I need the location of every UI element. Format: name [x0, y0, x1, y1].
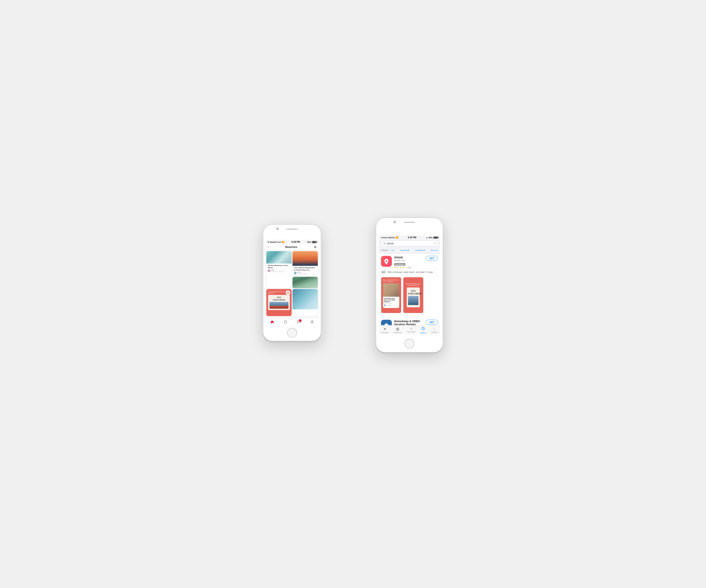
search-bar-container: 🔍 airbnb ✕	[379, 239, 440, 248]
pin-card-beach[interactable]: 25 Best Beaches In The World Belle BEAUT…	[266, 251, 291, 288]
airbnb-info: Airbnb Airbnb, Inc. Essentials ★ ★ ★ ★ ★…	[394, 256, 424, 269]
related-tag-hotel-deals[interactable]: hotel deals ›	[399, 248, 413, 252]
pin-avatar-beach	[268, 269, 270, 272]
ss1-card-body: Loft with Open Floor Plan and Kitchen En…	[383, 297, 399, 308]
pin-avatar-sunset	[294, 272, 297, 275]
ss2-book: ZENEXPLORERS	[407, 288, 420, 307]
signal-dots: ●●●	[277, 241, 281, 243]
homeaway-listing-top: HomeAway & VRBO Vacation Rentals HomeAwa…	[381, 320, 438, 325]
ss1-top-text: Book unique homes in 191+ countries.	[383, 279, 399, 282]
top-charts-label: Top Charts	[407, 331, 416, 333]
profile-tab[interactable]	[310, 320, 314, 325]
airbnb-company: Airbnb, Inc.	[394, 259, 424, 262]
tab-search[interactable]: Search	[421, 327, 426, 334]
related-label: Related:	[381, 249, 389, 251]
pin-image-beach	[266, 251, 291, 263]
carrier-icon: 𝕂	[268, 241, 269, 243]
app-features-bar: Offers iMessage, Apple Watch, and Apple …	[381, 270, 438, 275]
pinterest-status-bar: 𝕂 Search ●●● 📶 5:29 PM 94%	[266, 240, 319, 244]
screenshot-2-content: Book experiences led by local experts. Z…	[403, 277, 423, 313]
pin-card-airbnb[interactable]: Book experiences led by local experts. Z…	[266, 289, 291, 316]
carrier-text: ●●●oo Verizon	[381, 237, 395, 239]
svg-marker-7	[384, 323, 389, 325]
pinterest-phone: 𝕂 Search ●●● 📶 5:29 PM 94%	[263, 224, 321, 341]
homeaway-get-button[interactable]: GET	[426, 320, 438, 325]
pin-title-beach: 25 Best Beaches In The World	[268, 264, 290, 269]
screenshot-1-content: Book unique homes in 191+ countries. Lof…	[381, 277, 401, 313]
search-tab-icon	[421, 327, 425, 331]
svg-point-9	[422, 327, 424, 330]
wifi-icon: 📶	[282, 241, 284, 243]
airbnb-rating: ★ ★ ★ ★ ★ (38)	[394, 266, 424, 269]
search-icon: 🔍	[383, 242, 386, 245]
home-tab[interactable]	[270, 320, 274, 325]
featured-icon: ★	[383, 327, 386, 331]
pinterest-topbar: ‹ Beaches ⊞	[266, 244, 319, 250]
pin-author-beach: Belle BEAUTIFUL PLACES	[268, 269, 290, 272]
zen-book-title: ZENEXPLORERS	[270, 296, 288, 301]
related-tag-irctc[interactable]: irctc ›	[390, 248, 398, 252]
pin-card-aerial[interactable]	[292, 277, 318, 288]
screenshot-1: Book unique homes in 191+ countries. Lof…	[381, 277, 401, 313]
ss1-card-sub: Entire home	[384, 302, 398, 304]
star4-half: ★	[402, 266, 404, 269]
tab-updates[interactable]: ↓ Updates	[431, 327, 438, 334]
pin-image-aerial	[292, 277, 318, 288]
pin-image-sunset	[292, 251, 318, 266]
pin-card-water[interactable]	[292, 289, 318, 316]
screenshots-row: Book unique homes in 191+ countries. Lof…	[381, 275, 438, 315]
essentials-badge: Essentials	[394, 263, 405, 265]
filter-icon[interactable]: ⊞	[314, 245, 316, 249]
pinterest-home-button[interactable]	[287, 328, 297, 338]
appstore-content: Airbnb Airbnb, Inc. Essentials ★ ★ ★ ★ ★…	[379, 254, 440, 325]
ss1-card-meta: 👤 🛏 🚿 🧹	[384, 304, 398, 306]
updates-label: Updates	[431, 331, 438, 333]
appstore-home-button[interactable]	[404, 339, 415, 349]
pin-title-sunset: The 10 Best Restaurants In Punta Cana, D…	[294, 267, 316, 271]
featured-label: Featured	[381, 331, 388, 334]
star5-empty: ★	[405, 266, 407, 269]
top-charts-icon: ≡	[410, 327, 412, 330]
battery-icon	[312, 241, 316, 243]
homeaway-listing: HomeAway & VRBO Vacation Rentals HomeAwa…	[379, 318, 440, 325]
appstore-screen: ●●●oo Verizon 📶 5:26 PM ▲ 95%	[379, 235, 440, 335]
svg-point-4	[383, 272, 384, 272]
tab-top-charts[interactable]: ≡ Top Charts	[407, 327, 416, 334]
messages-tab[interactable]: 2	[297, 320, 301, 325]
appstore-bottom-bar: ★ Featured ▦ Categories ≡ Top Charts	[379, 325, 440, 335]
airbnb-get-button[interactable]: GET	[426, 256, 438, 261]
pinterest-page-title: Beaches	[285, 245, 297, 249]
tab-featured[interactable]: ★ Featured	[381, 327, 388, 334]
pin-card-sunset[interactable]: The 10 Best Restaurants In Punta Cana, D…	[292, 251, 318, 276]
airbnb-icon	[381, 256, 392, 267]
related-tags-bar: Related: irctc › hotel deals › hostelwor…	[379, 248, 440, 254]
tab-categories[interactable]: ▦ Categories	[393, 327, 402, 334]
pin-image-water	[292, 289, 318, 309]
airbnb-listing: Airbnb Airbnb, Inc. Essentials ★ ★ ★ ★ ★…	[379, 254, 440, 318]
clear-search-icon[interactable]: ✕	[434, 242, 436, 245]
ss2-book-image	[408, 296, 419, 305]
search-input[interactable]: airbnb	[387, 242, 433, 245]
homeaway-icon	[381, 320, 392, 325]
homeaway-info: HomeAway & VRBO Vacation Rentals HomeAwa…	[394, 320, 424, 325]
back-button[interactable]: ‹	[268, 245, 269, 249]
zen-book-promo: ZENEXPLORERS	[268, 295, 290, 310]
related-tag-hostelworld[interactable]: hostelworld ›	[414, 248, 428, 252]
ss1-card-title: Loft with Open Floor Plan and Kitchen	[384, 298, 398, 302]
search-field[interactable]: 🔍 airbnb ✕	[381, 241, 438, 246]
svg-rect-5	[384, 272, 385, 272]
ss1-card: Loft with Open Floor Plan and Kitchen En…	[383, 283, 399, 308]
categories-label: Categories	[393, 331, 402, 334]
battery-percent: 95%	[429, 237, 433, 239]
appstore-status-bar: ●●●oo Verizon 📶 5:26 PM ▲ 95%	[379, 235, 440, 239]
svg-point-2	[311, 321, 313, 322]
related-tag-itinerary[interactable]: itinerary ›	[429, 248, 440, 252]
pinterest-bottom-bar: 2	[266, 319, 319, 326]
star1: ★	[394, 266, 396, 269]
time: 5:29 PM	[291, 241, 300, 243]
pin-info-beach: 25 Best Beaches In The World Belle BEAUT…	[266, 263, 291, 274]
search-tab[interactable]	[284, 320, 287, 325]
search-tab-label: Search	[421, 332, 426, 334]
scene: 𝕂 Search ●●● 📶 5:29 PM 94%	[251, 206, 455, 382]
features-text: Offers iMessage, Apple Watch, and Apple …	[387, 271, 433, 273]
